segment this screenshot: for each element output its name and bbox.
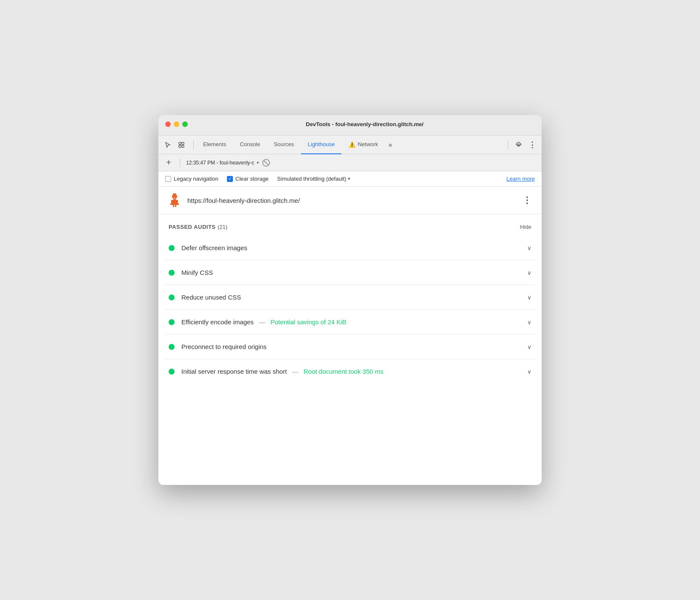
passed-audits-count: (21) bbox=[218, 224, 227, 230]
more-tabs-button[interactable]: » bbox=[385, 136, 396, 154]
passed-audits-title-group: PASSED AUDITS (21) bbox=[169, 223, 227, 231]
svg-rect-9 bbox=[173, 205, 174, 207]
svg-point-11 bbox=[174, 197, 175, 199]
svg-rect-7 bbox=[171, 200, 178, 203]
kebab-dot-2 bbox=[526, 199, 528, 201]
svg-rect-8 bbox=[170, 203, 179, 205]
audit-item-server-response[interactable]: Initial server response time was short —… bbox=[165, 359, 535, 384]
throttling-label: Simulated throttling (default) bbox=[277, 176, 347, 182]
url-display: 12:35:47 PM - foul-heavenly-c ▾ bbox=[186, 160, 259, 166]
url-bar-row: https://foul-heavenly-direction.glitch.m… bbox=[158, 187, 542, 214]
passed-audits-header: PASSED AUDITS (21) Hide bbox=[158, 214, 542, 236]
audit-savings: Potential savings of 24 KiB bbox=[270, 318, 346, 326]
svg-rect-0 bbox=[179, 142, 181, 144]
more-options-button[interactable]: ⋮ bbox=[526, 139, 538, 151]
devtools-window: DevTools - foul-heavenly-direction.glitc… bbox=[158, 115, 542, 485]
tab-console[interactable]: Console bbox=[233, 136, 267, 154]
tab-sources[interactable]: Sources bbox=[267, 136, 301, 154]
audit-label: Preconnect to required origins bbox=[181, 343, 522, 350]
clear-storage-checkbox-item[interactable]: Clear storage bbox=[227, 176, 269, 182]
block-requests-icon[interactable] bbox=[262, 159, 270, 167]
tab-lighthouse[interactable]: Lighthouse bbox=[301, 136, 342, 154]
tab-elements[interactable]: Elements bbox=[196, 136, 233, 154]
site-url: https://foul-heavenly-direction.glitch.m… bbox=[187, 197, 516, 204]
devtools-toolbar: Elements Console Sources Lighthouse ⚠️ N… bbox=[158, 136, 542, 154]
more-vert-icon: ⋮ bbox=[528, 140, 536, 150]
lighthouse-logo bbox=[167, 193, 182, 208]
title-bar: DevTools - foul-heavenly-direction.glitc… bbox=[158, 115, 542, 136]
network-warning-icon: ⚠️ bbox=[348, 141, 356, 148]
toolbar2-divider bbox=[180, 159, 180, 167]
kebab-dot-3 bbox=[526, 202, 528, 204]
chevron-down-icon: ∨ bbox=[527, 343, 531, 350]
clear-storage-label: Clear storage bbox=[235, 176, 269, 182]
minimize-button[interactable] bbox=[174, 121, 179, 127]
audit-separator: — bbox=[292, 368, 298, 375]
throttling-select[interactable]: Simulated throttling (default) ▾ bbox=[277, 176, 351, 182]
audit-pass-indicator bbox=[169, 245, 175, 251]
audit-label: Reduce unused CSS bbox=[181, 294, 522, 301]
audit-pass-indicator bbox=[169, 294, 175, 300]
audit-item-reduce-unused-css[interactable]: Reduce unused CSS ∨ bbox=[165, 285, 535, 310]
audit-item-minify-css[interactable]: Minify CSS ∨ bbox=[165, 260, 535, 285]
settings-button[interactable] bbox=[513, 139, 525, 151]
layers-icon-btn[interactable] bbox=[175, 139, 187, 151]
audit-pass-indicator bbox=[169, 270, 175, 276]
legacy-nav-checkbox[interactable] bbox=[165, 176, 171, 182]
toolbar-icons bbox=[162, 139, 187, 151]
audit-label: Defer offscreen images bbox=[181, 244, 522, 251]
legacy-nav-label: Legacy navigation bbox=[174, 176, 218, 182]
audit-item-preconnect[interactable]: Preconnect to required origins ∨ bbox=[165, 335, 535, 359]
svg-rect-4 bbox=[173, 193, 176, 195]
toolbar-divider bbox=[193, 141, 194, 149]
toolbar-right: ⋮ bbox=[505, 139, 538, 151]
svg-rect-10 bbox=[175, 205, 176, 207]
audit-pass-indicator bbox=[169, 369, 175, 375]
audit-item-efficiently-encode[interactable]: Efficiently encode images — Potential sa… bbox=[165, 310, 535, 335]
main-content: https://foul-heavenly-direction.glitch.m… bbox=[158, 187, 542, 485]
window-title: DevTools - foul-heavenly-direction.glitc… bbox=[195, 121, 535, 127]
hide-button[interactable]: Hide bbox=[520, 224, 531, 230]
legacy-nav-checkbox-item[interactable]: Legacy navigation bbox=[165, 176, 218, 182]
audit-pass-indicator bbox=[169, 319, 175, 325]
chevron-down-icon: ∨ bbox=[527, 245, 531, 251]
audit-list: Defer offscreen images ∨ Minify CSS ∨ Re… bbox=[158, 236, 542, 384]
audit-separator: — bbox=[259, 318, 265, 326]
cursor-icon-btn[interactable] bbox=[162, 139, 174, 151]
passed-audits-title: PASSED AUDITS bbox=[169, 224, 216, 230]
traffic-lights bbox=[165, 121, 188, 127]
audit-label: Initial server response time was short —… bbox=[181, 368, 522, 375]
learn-more-link[interactable]: Learn more bbox=[507, 176, 535, 182]
svg-rect-1 bbox=[182, 142, 184, 144]
chevron-down-icon: ∨ bbox=[527, 368, 531, 375]
svg-rect-2 bbox=[179, 145, 181, 147]
audit-pass-indicator bbox=[169, 344, 175, 350]
add-button[interactable]: + bbox=[164, 158, 174, 168]
chevron-down-icon: ∨ bbox=[527, 269, 531, 276]
devtools-toolbar-2: + 12:35:47 PM - foul-heavenly-c ▾ bbox=[158, 154, 542, 171]
url-text: 12:35:47 PM - foul-heavenly-c bbox=[186, 160, 254, 166]
audit-label: Efficiently encode images — Potential sa… bbox=[181, 318, 522, 326]
tab-network[interactable]: ⚠️ Network bbox=[341, 136, 385, 154]
chevron-down-icon: ∨ bbox=[527, 294, 531, 301]
kebab-dot-1 bbox=[526, 196, 528, 198]
clear-storage-checkbox[interactable] bbox=[227, 176, 233, 182]
toolbar-divider-right bbox=[508, 141, 508, 149]
audit-item-defer-offscreen[interactable]: Defer offscreen images ∨ bbox=[165, 236, 535, 260]
tabs: Elements Console Sources Lighthouse ⚠️ N… bbox=[196, 136, 396, 154]
options-toolbar: Legacy navigation Clear storage Simulate… bbox=[158, 171, 542, 187]
maximize-button[interactable] bbox=[182, 121, 188, 127]
chevron-down-icon: ∨ bbox=[527, 319, 531, 326]
svg-rect-3 bbox=[182, 145, 184, 147]
audit-label: Minify CSS bbox=[181, 269, 522, 276]
kebab-menu[interactable] bbox=[521, 194, 533, 206]
url-dropdown-arrow[interactable]: ▾ bbox=[257, 160, 259, 165]
close-button[interactable] bbox=[165, 121, 171, 127]
audit-savings: Root document took 350 ms bbox=[304, 368, 384, 375]
throttling-dropdown-arrow: ▾ bbox=[348, 176, 350, 182]
